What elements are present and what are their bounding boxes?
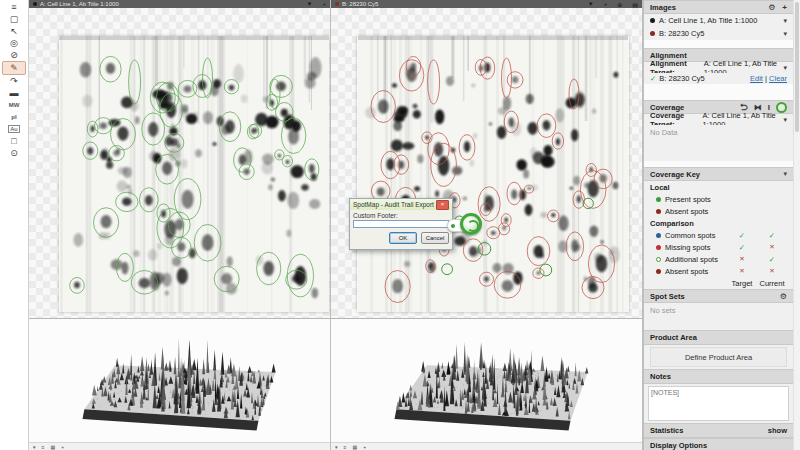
dialog-title: SpotMap - Audit Trail Export bbox=[353, 201, 434, 208]
add-icon[interactable]: + bbox=[363, 444, 366, 450]
absent-spots-row: Absent spots bbox=[644, 205, 793, 217]
menu-icon[interactable]: ≡ bbox=[42, 444, 45, 450]
coverage-key-header[interactable]: Coverage Key ▾ bbox=[644, 167, 793, 181]
common-spot-dot-icon bbox=[656, 233, 661, 238]
left-toolbar: ≡ ▢ ↖ ◎ ⊘ ✎ ↷ ▬ MW pI Au □ ⊙ bbox=[0, 0, 29, 450]
add-icon[interactable]: + bbox=[61, 444, 64, 450]
pi-tool[interactable]: pI bbox=[3, 111, 25, 123]
pin-icon[interactable]: ▼ bbox=[307, 1, 313, 7]
add-image-icon[interactable]: + bbox=[782, 3, 787, 12]
clear-alignment-link[interactable]: Clear bbox=[769, 74, 787, 83]
absent-current-mark: ✕ bbox=[757, 267, 787, 275]
adjust-tool-icon[interactable]: ⊙ bbox=[3, 147, 25, 159]
chevron-down-icon[interactable]: ▾ bbox=[783, 64, 787, 72]
cancel-button[interactable]: Cancel bbox=[421, 232, 449, 244]
target-tool-icon[interactable]: ◎ bbox=[3, 37, 25, 49]
statistics-show-link[interactable]: show bbox=[768, 426, 787, 435]
alignment-target-row[interactable]: Alignment Target: A: Cell Line 1, Ab Tit… bbox=[644, 62, 793, 73]
notes-header[interactable]: Notes bbox=[644, 369, 793, 384]
common-current-mark: ✓ bbox=[757, 231, 787, 240]
gel-canvas-b[interactable] bbox=[331, 8, 642, 318]
image-panel-a: A: Cell Line 1, Ab Title 1:1000 ▼ + bbox=[29, 0, 331, 318]
absent-spot-dot-icon bbox=[656, 269, 661, 274]
present-spots-row: Present spots bbox=[644, 193, 793, 205]
grid-icon[interactable]: ▦ bbox=[50, 444, 55, 450]
custom-footer-label: Custom Footer: bbox=[353, 212, 449, 219]
image-panel-b: B: 28230 Cy5 ▼ + ⊕ ▤ bbox=[331, 0, 643, 318]
gear-icon[interactable]: ⚙ bbox=[768, 3, 775, 12]
pin-icon[interactable]: ▼ bbox=[588, 1, 594, 8]
gel-canvas-a[interactable] bbox=[29, 8, 330, 318]
grid-icon[interactable]: ▦ bbox=[352, 444, 357, 450]
coverage-empty-state: No Data bbox=[644, 125, 793, 161]
panel-a-title: A: Cell Line 1, Ab Title 1:1000 bbox=[40, 1, 119, 7]
panel-b-titlebar: B: 28230 Cy5 ▼ + ⊕ ▤ bbox=[331, 0, 642, 8]
dialog-close-button[interactable]: × bbox=[436, 200, 449, 210]
spot-sets-header[interactable]: Spot Sets ⚙ bbox=[644, 289, 793, 303]
statistics-header[interactable]: Statistics show bbox=[644, 423, 793, 438]
annotation-tool[interactable]: Au bbox=[3, 123, 25, 135]
surface-panel-a: ▾ ≡ ▦ + bbox=[29, 318, 331, 450]
aligned-check-icon: ✓ bbox=[650, 74, 656, 83]
chevron-down-icon[interactable]: ▾ bbox=[783, 170, 787, 178]
additional-spots-row: Additional spots ✕ ✓ bbox=[644, 253, 793, 265]
checkbox-tool-icon[interactable]: □ bbox=[3, 135, 25, 147]
notes-textarea[interactable] bbox=[648, 386, 789, 421]
surface-panel-b: ▾ ≡ ▦ + bbox=[331, 318, 643, 450]
custom-footer-input[interactable] bbox=[353, 220, 449, 228]
exclude-spot-tool-icon[interactable]: ⊘ bbox=[3, 49, 25, 61]
define-product-area-button[interactable]: Define Product Area bbox=[650, 347, 787, 367]
coverage-target-row[interactable]: Coverage Target: A: Cell Line 1, Ab Titl… bbox=[644, 114, 793, 125]
coverage-key-comparison-label: Comparison bbox=[644, 217, 793, 229]
missing-spots-row: Missing spots ✓ ✕ bbox=[644, 241, 793, 253]
present-spot-dot-icon bbox=[656, 197, 661, 202]
absent-spot-dot-icon bbox=[656, 209, 661, 214]
gel-image-b[interactable] bbox=[357, 36, 629, 312]
caret-down-icon[interactable]: ▾ bbox=[33, 444, 36, 450]
chevron-down-icon[interactable]: ▾ bbox=[783, 30, 787, 38]
sidebar-scrollbar[interactable] bbox=[793, 0, 800, 450]
menu-icon[interactable]: ≡ bbox=[3, 1, 25, 13]
missing-spot-dot-icon bbox=[656, 245, 661, 250]
current-column-label: Current bbox=[757, 279, 787, 288]
pointer-tool-icon[interactable]: ↖ bbox=[3, 25, 25, 37]
molecular-weight-tool[interactable]: MW bbox=[3, 99, 25, 111]
chevron-down-icon[interactable]: ▾ bbox=[783, 116, 787, 124]
comparison-column-labels: Target Current bbox=[644, 277, 793, 289]
image-b-dot-icon bbox=[335, 2, 339, 6]
dialog-titlebar[interactable]: SpotMap - Audit Trail Export × bbox=[350, 199, 452, 210]
image-item-b[interactable]: B: 28230 Cy5 ▾ bbox=[644, 27, 793, 40]
eraser-tool-icon[interactable]: ▬ bbox=[3, 87, 25, 99]
rect-select-tool-icon[interactable]: ▢ bbox=[3, 13, 25, 25]
undo-tool-icon[interactable]: ↷ bbox=[3, 75, 25, 87]
image-a-dot-icon bbox=[650, 18, 655, 23]
surface-a-toolbar: ▾ ≡ ▦ + bbox=[29, 442, 330, 450]
product-area-header[interactable]: Product Area bbox=[644, 330, 793, 345]
print-icon[interactable]: ▤ bbox=[632, 1, 638, 8]
surface-view-b[interactable] bbox=[383, 327, 603, 444]
missing-target-mark: ✓ bbox=[727, 243, 757, 252]
gear-icon[interactable]: ⚙ bbox=[780, 292, 787, 301]
sidebar: Images ⚙ + A: Cell Line 1, Ab Title 1:10… bbox=[643, 0, 793, 450]
edit-alignment-link[interactable]: Edit bbox=[750, 74, 763, 83]
audit-trail-export-dialog: SpotMap - Audit Trail Export × Custom Fo… bbox=[349, 198, 453, 250]
pen-tool-icon[interactable]: ✎ bbox=[2, 61, 26, 75]
image-a-dot-icon bbox=[33, 2, 37, 6]
surface-view-a[interactable] bbox=[71, 327, 291, 444]
ok-button[interactable]: OK bbox=[389, 232, 417, 244]
scrollbar-thumb[interactable] bbox=[795, 2, 799, 132]
common-target-mark: ✓ bbox=[727, 231, 757, 240]
caret-down-icon[interactable]: ▾ bbox=[335, 444, 338, 450]
chevron-down-icon[interactable]: ▾ bbox=[783, 17, 787, 25]
zoom-in-icon[interactable]: ⊕ bbox=[617, 1, 622, 8]
additional-current-mark: ✓ bbox=[757, 255, 787, 264]
cursor-green-dot-icon bbox=[451, 224, 455, 228]
image-item-a[interactable]: A: Cell Line 1, Ab Title 1:1000 ▾ bbox=[644, 14, 793, 27]
menu-icon[interactable]: ≡ bbox=[344, 444, 347, 450]
gel-image-a[interactable] bbox=[59, 36, 329, 312]
images-panel-header[interactable]: Images ⚙ + bbox=[644, 0, 793, 14]
missing-current-mark: ✕ bbox=[757, 243, 787, 251]
display-options-header[interactable]: Display Options bbox=[644, 438, 793, 450]
add-icon[interactable]: + bbox=[604, 1, 608, 8]
add-icon[interactable]: + bbox=[322, 1, 326, 7]
